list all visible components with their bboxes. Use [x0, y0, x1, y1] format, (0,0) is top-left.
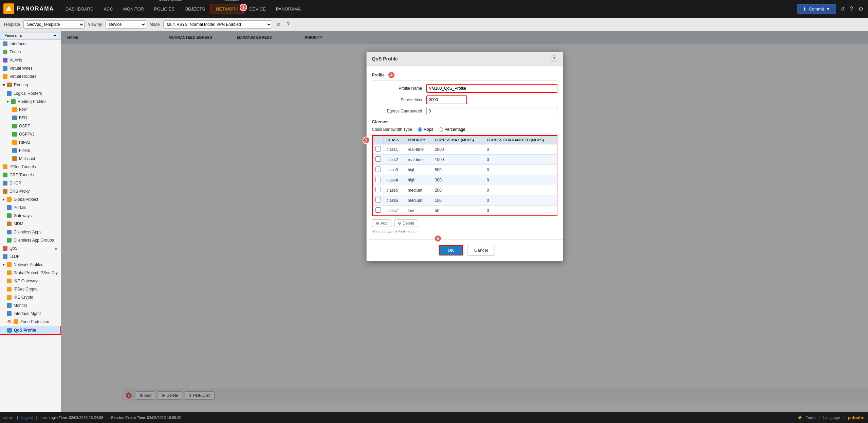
sidebar-item-qosprofile[interactable]: QoS Profile	[0, 326, 61, 335]
sidebar-item-ikegateways[interactable]: IKE Gateways	[0, 277, 61, 285]
row-checkbox-4[interactable]	[375, 187, 381, 192]
sidebar-item-filters[interactable]: Filters	[0, 146, 61, 155]
sidebar-item-networkprofiles[interactable]: ▾ Network Profiles	[0, 261, 61, 269]
row-checkbox-0[interactable]	[375, 146, 381, 152]
sidebar-item-virtualrouters[interactable]: Virtual Routers	[0, 72, 61, 81]
sidebar-item-bgp[interactable]: BGP	[0, 106, 61, 114]
cell-egress-max-5: 100	[432, 195, 484, 206]
panorama-select[interactable]: Panorama	[3, 33, 58, 38]
sidebar-item-bfd[interactable]: BFD	[0, 114, 61, 122]
sidebar-item-ipsectunnels[interactable]: IPSec Tunnels	[0, 163, 61, 171]
nav-device[interactable]: DEVICE	[244, 4, 270, 14]
sidebar-item-multicast[interactable]: Multicast	[0, 155, 61, 163]
session-expire: Session Expire Time: 03/05/2023 19:09:20	[111, 416, 181, 420]
row-checkbox-5[interactable]	[375, 197, 381, 202]
cell-egress-guaranteed-0: 0	[484, 144, 557, 155]
modal-footer: 6 OK Cancel	[367, 239, 563, 261]
percentage-radio[interactable]	[439, 127, 443, 132]
sidebar-item-gretunnels[interactable]: GRE Tunnels	[0, 171, 61, 179]
egress-guaranteed-input[interactable]	[426, 107, 557, 115]
sidebar-item-zoneprotection[interactable]: 2 Zone Protection	[0, 318, 61, 326]
nav-policies[interactable]: POLICIES	[149, 4, 179, 14]
mbps-radio-label[interactable]: Mbps	[418, 127, 433, 132]
sidebar-item-ipseccrypto[interactable]: IPSec Crypto	[0, 285, 61, 293]
ikecrypto-icon	[7, 295, 12, 300]
modal-help-icon[interactable]: ?	[551, 55, 557, 62]
sidebar-item-gpipsec[interactable]: GlobalProtect IPSec Cry	[0, 269, 61, 277]
nav-acc[interactable]: ACC	[99, 4, 117, 14]
sidebar-item-routing[interactable]: ▾ Routing	[0, 81, 61, 89]
sidebar-item-zones[interactable]: Zones	[0, 48, 61, 56]
sidebar-item-ikecrypto[interactable]: IKE Crypto	[0, 293, 61, 301]
sidebar-item-lldp[interactable]: LLDP	[0, 252, 61, 261]
profile-name-input[interactable]	[426, 84, 557, 93]
commit-chevron-icon: ▼	[826, 6, 830, 12]
ok-button[interactable]: OK	[439, 245, 463, 255]
sidebar-item-qos[interactable]: QoS ▶	[0, 244, 61, 252]
mbps-radio[interactable]	[418, 127, 422, 132]
mode-select[interactable]: Multi VSYS; Normal Mode; VPN Enabled	[163, 20, 272, 29]
nav-objects[interactable]: OBJECTS	[180, 4, 210, 14]
col-check	[372, 136, 384, 144]
sidebar-item-interfacemgmt[interactable]: Interface Mgmt	[0, 310, 61, 318]
nav-dashboard[interactable]: DASHBOARD	[61, 4, 98, 14]
sidebar-item-virtualwires[interactable]: Virtual Wires	[0, 64, 61, 72]
cell-class-2: class3	[384, 165, 405, 175]
toolbar-refresh-button[interactable]: ↺	[275, 20, 282, 29]
help-button[interactable]: ?	[849, 4, 854, 13]
sidebar-item-interfaces[interactable]: Interfaces	[0, 40, 61, 48]
sidebar-item-ospf[interactable]: OSPF	[0, 122, 61, 130]
sidebar-label-routing: Routing	[14, 83, 28, 87]
template-select[interactable]: SecVpc_Template	[23, 20, 85, 29]
settings-button[interactable]: ⚙	[857, 4, 865, 14]
nav-network[interactable]: NETWORK 1	[210, 4, 244, 14]
sidebar-item-ospfv3[interactable]: OSPFv3	[0, 130, 61, 138]
table-delete-button[interactable]: ⊖ Delete	[394, 219, 418, 227]
routingprofiles-expand-icon: ▾	[7, 99, 9, 104]
sidebar-item-gateways[interactable]: Gateways	[0, 212, 61, 220]
commit-button[interactable]: ⬆ Commit ▼	[797, 4, 836, 14]
status-right: ⚡ Tasks | Language | paloalto	[797, 415, 865, 420]
sidebar-item-dnsproxy[interactable]: DNS Proxy	[0, 187, 61, 195]
logout-link[interactable]: Logout	[21, 416, 33, 420]
templates-label: Templates	[224, 0, 239, 1]
sidebar-item-logicalrouters[interactable]: Logical Routers	[0, 89, 61, 98]
sidebar-item-ripv2[interactable]: RIPv2	[0, 138, 61, 146]
sidebar-item-routingprofiles[interactable]: ▾ Routing Profiles	[0, 98, 61, 106]
viewby-select[interactable]: Device	[106, 20, 146, 29]
bw-type-row: Class Bandwidth Type Mbps Percentage	[372, 127, 557, 132]
sidebar-item-dhcp[interactable]: DHCP	[0, 179, 61, 187]
sidebar-item-clientlessappgroups[interactable]: Clientless App Groups	[0, 236, 61, 244]
percentage-radio-label[interactable]: Percentage	[439, 127, 465, 132]
sidebar-item-portals[interactable]: Portals	[0, 204, 61, 212]
modal-title-bar: QoS Profile ?	[367, 52, 563, 66]
sidebar-item-clientlessapps[interactable]: Clientless Apps	[0, 228, 61, 236]
language-label[interactable]: Language	[823, 416, 840, 420]
cell-egress-guaranteed-6: 0	[484, 206, 557, 216]
sidebar-item-monitor[interactable]: Monitor	[0, 301, 61, 310]
mbps-label: Mbps	[423, 127, 433, 132]
cell-egress-max-4: 200	[432, 185, 484, 195]
row-checkbox-1[interactable]	[375, 156, 381, 162]
tasks-label[interactable]: Tasks	[806, 416, 815, 420]
sidebar-item-mdm[interactable]: MDM	[0, 220, 61, 228]
table-actions: ⊕ Add ⊖ Delete	[372, 218, 557, 228]
row-checkbox-2[interactable]	[375, 166, 381, 172]
cell-class-1: class2	[384, 155, 405, 165]
egress-max-input[interactable]	[426, 95, 467, 104]
egress-guaranteed-row: Egress Guaranteed	[372, 107, 557, 115]
cancel-button[interactable]: Cancel	[467, 245, 495, 255]
table-add-button[interactable]: ⊕ Add	[372, 219, 391, 227]
routing-icon	[7, 83, 12, 87]
row-checkbox-6[interactable]	[375, 207, 381, 213]
nav-monitor[interactable]: MONITOR	[118, 4, 149, 14]
sidebar-item-globalprotect[interactable]: ▾ GlobalProtect	[0, 195, 61, 204]
col-priority-header: PRIORITY	[405, 136, 432, 144]
toolbar-help-button[interactable]: ?	[285, 20, 291, 29]
cell-priority-4: medium	[405, 185, 432, 195]
row-checkbox-3[interactable]	[375, 177, 381, 182]
refresh-button[interactable]: ↺	[839, 4, 846, 14]
table-delete-icon: ⊖	[398, 221, 401, 226]
nav-panorama[interactable]: PANORAMA	[271, 4, 306, 14]
sidebar-item-vlans[interactable]: VLANs	[0, 56, 61, 64]
